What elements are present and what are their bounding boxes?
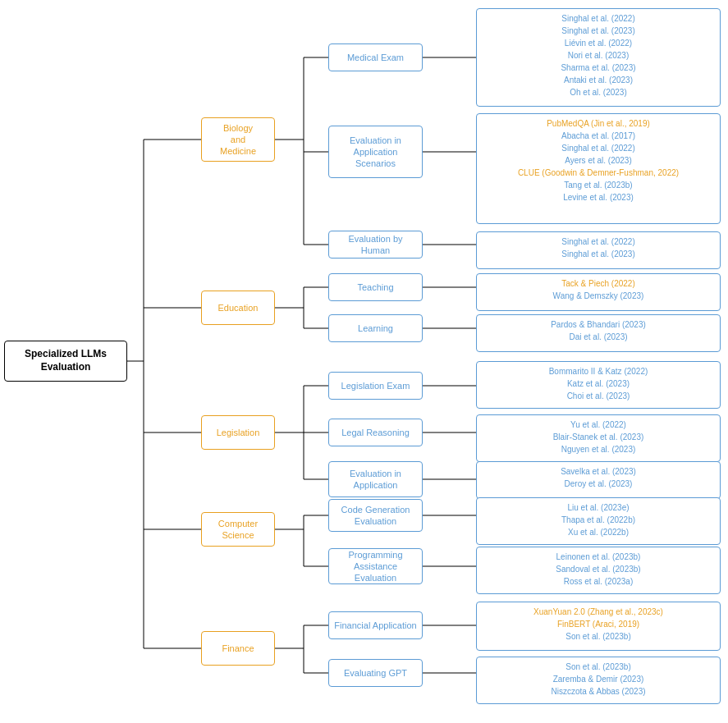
refs-progassist: Leinonen et al. (2023b) Sandoval et al. … <box>476 547 721 594</box>
bio-node: BiologyandMedicine <box>201 117 275 162</box>
edu-node: Education <box>201 291 275 325</box>
evalin-node: Evaluation inApplication <box>328 461 423 497</box>
learning-node: Learning <box>328 314 423 342</box>
refs-evalgpt: Son et al. (2023b) Zaremba & Demir (2023… <box>476 657 721 704</box>
evalgpt-node: Evaluating GPT <box>328 659 423 687</box>
legexam-node: Legislation Exam <box>328 372 423 400</box>
legalreason-node: Legal Reasoning <box>328 419 423 446</box>
medical-node: Medical Exam <box>328 43 423 71</box>
refs-evalin: Savelka et al. (2023) Deroy et al. (2023… <box>476 461 721 499</box>
refs-evalapp: PubMedQA (Jin et al., 2019) Abacha et al… <box>476 113 721 224</box>
refs-evalhuman: Singhal et al. (2022) Singhal et al. (20… <box>476 231 721 269</box>
teaching-node: Teaching <box>328 273 423 301</box>
root-node: Specialized LLMs Evaluation <box>4 341 127 382</box>
finapp-node: Financial Application <box>328 611 423 639</box>
refs-finapp: XuanYuan 2.0 (Zhang et al., 2023c) FinBE… <box>476 602 721 651</box>
refs-legalreason: Yu et al. (2022) Blair-Stanek et al. (20… <box>476 414 721 462</box>
codegen-node: Code GenerationEvaluation <box>328 499 423 532</box>
refs-legexam: Bommarito II & Katz (2022) Katz et al. (… <box>476 361 721 409</box>
cs-node: Computer Science <box>201 512 275 547</box>
evalhuman-node: Evaluation by Human <box>328 231 423 259</box>
refs-medical: Singhal et al. (2022) Singhal et al. (20… <box>476 8 721 107</box>
progassist-node: ProgrammingAssistance Evaluation <box>328 548 423 584</box>
evalapp-node: Evaluation inApplicationScenarios <box>328 126 423 178</box>
refs-teaching: Tack & Piech (2022) Wang & Demszky (2023… <box>476 273 721 311</box>
refs-codegen: Liu et al. (2023e) Thapa et al. (2022b) … <box>476 497 721 545</box>
diagram: Specialized LLMs Evaluation BiologyandMe… <box>0 0 728 723</box>
refs-learning: Pardos & Bhandari (2023) Dai et al. (202… <box>476 314 721 352</box>
leg-node: Legislation <box>201 415 275 450</box>
fin-node: Finance <box>201 631 275 666</box>
